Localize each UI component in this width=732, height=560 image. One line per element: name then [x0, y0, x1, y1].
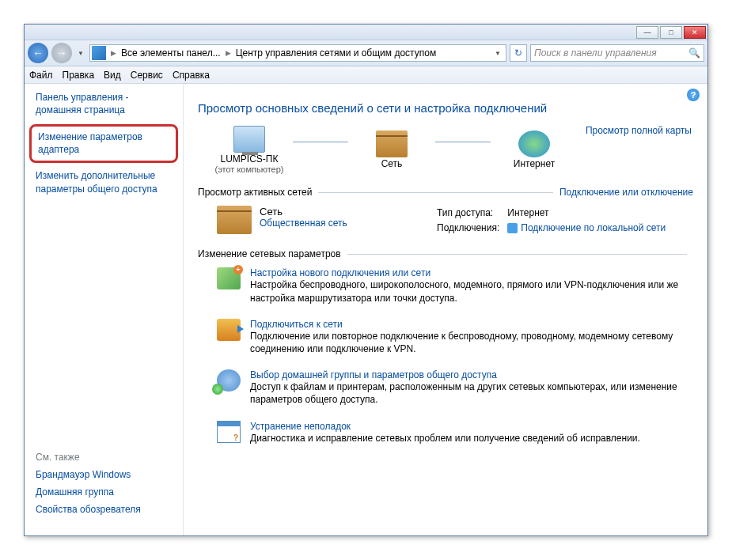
nav-history-dropdown[interactable]: ▼: [75, 44, 86, 62]
connect-network-icon: [217, 319, 241, 341]
netmap-network[interactable]: Сеть: [340, 131, 443, 169]
breadcrumb-sep-icon: ▶: [224, 49, 233, 57]
breadcrumb-item[interactable]: Все элементы панел...: [118, 47, 224, 59]
search-icon[interactable]: 🔍: [688, 47, 700, 59]
menu-edit[interactable]: Правка: [63, 70, 95, 81]
sidebar-adapter-settings-link[interactable]: Изменение параметров адаптера: [29, 124, 178, 163]
new-connection-icon: [217, 267, 241, 289]
minimize-button[interactable]: —: [636, 26, 658, 39]
change-settings-header: Изменение сетевых параметров: [198, 248, 693, 259]
nav-back-button[interactable]: ←: [28, 43, 48, 63]
task-title-link[interactable]: Выбор домашней группы и параметров общег…: [250, 369, 497, 380]
active-networks-header: Просмотр активных сетей Подключение или …: [198, 187, 693, 198]
task-description: Настройка беспроводного, широкополосного…: [250, 278, 693, 304]
network-type-link[interactable]: Общественная сеть: [260, 218, 347, 229]
menu-view[interactable]: Вид: [104, 70, 121, 81]
task-description: Доступ к файлам и принтерам, расположенн…: [250, 380, 693, 406]
task-homegroup: Выбор домашней группы и параметров общег…: [217, 369, 693, 406]
active-network-details: Тип доступа: Подключения: Интернет Подкл…: [437, 206, 666, 236]
network-name: Сеть: [260, 206, 347, 218]
task-new-connection: Настройка нового подключения или сети На…: [217, 267, 693, 304]
globe-icon: [518, 131, 550, 157]
connect-disconnect-link[interactable]: Подключение или отключение: [559, 187, 693, 198]
computer-icon: [233, 126, 265, 153]
breadcrumb-dropdown-icon[interactable]: ▼: [491, 50, 504, 57]
search-placeholder: Поиск в панели управления: [534, 47, 657, 59]
sidebar-home-link[interactable]: Панель управления - домашняя страница: [36, 92, 172, 116]
menu-help[interactable]: Справка: [173, 70, 210, 81]
nav-forward-button[interactable]: →: [51, 43, 72, 63]
page-title: Просмотр основных сведений о сети и наст…: [198, 101, 693, 115]
menu-bar: Файл Правка Вид Сервис Справка: [25, 66, 707, 84]
netmap-node-label: LUMPICS-ПК: [221, 153, 279, 165]
sidebar-internet-options-link[interactable]: Свойства обозревателя: [36, 504, 172, 515]
netmap-node-sublabel: (этот компьютер): [214, 165, 283, 174]
content-body: Панель управления - домашняя страница Из…: [25, 84, 707, 535]
task-description: Диагностика и исправление сетевых пробле…: [250, 432, 640, 445]
view-full-map-link[interactable]: Просмотр полной карты: [586, 125, 692, 136]
task-title-link[interactable]: Устранение неполадок: [250, 421, 351, 432]
sidebar-seealso: См. также Брандмауэр Windows Домашняя гр…: [36, 452, 172, 528]
divider: [318, 192, 553, 193]
sidebar: Панель управления - домашняя страница Из…: [25, 84, 183, 535]
divider: [347, 254, 687, 255]
maximize-button[interactable]: □: [660, 26, 682, 39]
task-title-link[interactable]: Подключиться к сети: [250, 319, 343, 330]
breadcrumb-sep-icon: ▶: [109, 49, 118, 57]
homegroup-icon: [217, 369, 241, 392]
titlebar: — □ ✕: [25, 25, 707, 40]
task-troubleshoot: Устранение неполадок Диагностика и испра…: [217, 421, 693, 445]
task-title-link[interactable]: Настройка нового подключения или сети: [250, 267, 430, 278]
troubleshoot-icon: [217, 421, 241, 443]
netmap-node-label: Сеть: [381, 158, 403, 169]
active-network-row: Сеть Общественная сеть Тип доступа: Подк…: [217, 206, 693, 236]
sidebar-homegroup-link[interactable]: Домашняя группа: [36, 486, 172, 498]
refresh-button[interactable]: ↻: [510, 44, 527, 62]
section-title: Изменение сетевых параметров: [198, 248, 341, 259]
ethernet-icon: [507, 223, 518, 233]
task-list: Настройка нового подключения или сети На…: [217, 267, 693, 444]
sidebar-sharing-settings-link[interactable]: Изменить дополнительные параметры общего…: [36, 169, 172, 195]
connections-label: Подключения:: [437, 221, 499, 236]
breadcrumb-box[interactable]: ▶ Все элементы панел... ▶ Центр управлен…: [89, 44, 506, 62]
menu-file[interactable]: Файл: [29, 70, 53, 81]
netmap-node-label: Интернет: [514, 158, 555, 169]
window-frame: — □ ✕ ← → ▼ ▶ Все элементы панел... ▶ Це…: [24, 24, 708, 536]
sidebar-seealso-label: См. также: [36, 452, 172, 463]
menu-tools[interactable]: Сервис: [131, 70, 163, 81]
bench-icon: [376, 131, 408, 157]
connection-name: Подключение по локальной сети: [521, 221, 666, 236]
connection-link[interactable]: Подключение по локальной сети: [507, 221, 666, 236]
breadcrumb-item[interactable]: Центр управления сетями и общим доступом: [233, 47, 440, 59]
netmap-connector: [435, 142, 491, 142]
main-panel: ? Просмотр основных сведений о сети и на…: [183, 84, 707, 535]
address-bar: ← → ▼ ▶ Все элементы панел... ▶ Центр уп…: [25, 40, 707, 66]
task-connect-network: Подключиться к сети Подключение или повт…: [217, 319, 693, 355]
help-icon[interactable]: ?: [687, 89, 700, 101]
netmap-internet[interactable]: Интернет: [483, 131, 586, 169]
search-input[interactable]: Поиск в панели управления 🔍: [530, 44, 704, 62]
netmap-connector: [293, 142, 348, 142]
bench-icon: [217, 206, 252, 234]
section-title: Просмотр активных сетей: [198, 187, 312, 198]
access-type-label: Тип доступа:: [437, 206, 499, 221]
access-type-value: Интернет: [507, 206, 666, 221]
control-panel-icon: [92, 46, 106, 60]
sidebar-firewall-link[interactable]: Брандмауэр Windows: [36, 469, 172, 480]
close-button[interactable]: ✕: [684, 26, 706, 39]
task-description: Подключение или повторное подключение к …: [250, 330, 693, 355]
netmap-this-computer[interactable]: LUMPICS-ПК (этот компьютер): [198, 126, 301, 174]
active-network-info: Сеть Общественная сеть: [217, 206, 423, 236]
